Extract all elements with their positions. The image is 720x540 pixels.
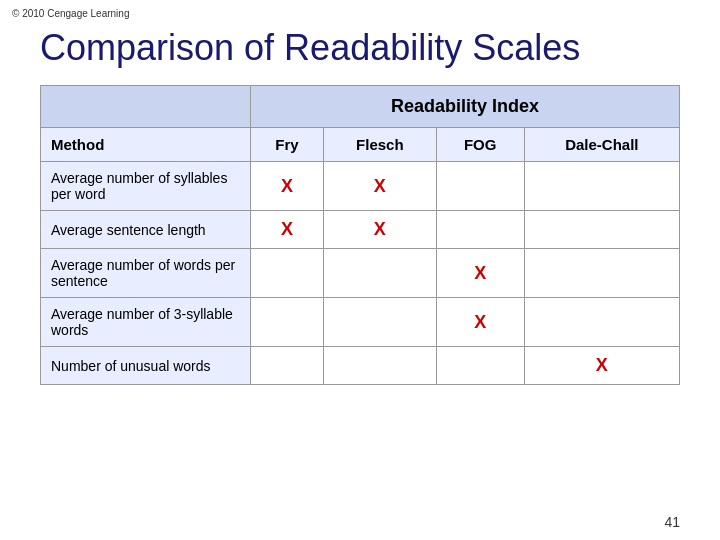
- table-row: Average sentence lengthXX: [41, 211, 680, 249]
- fog-value-cell: [436, 347, 524, 385]
- method-cell: Number of unusual words: [41, 347, 251, 385]
- fry-value-cell: [251, 249, 324, 298]
- column-headers-row: Method Fry Flesch FOG Dale-Chall: [41, 128, 680, 162]
- flesch-value-cell: [323, 298, 436, 347]
- flesch-value-cell: [323, 249, 436, 298]
- table-row: Average number of syllables per wordXX: [41, 162, 680, 211]
- readability-table: Readability Index Method Fry Flesch FOG …: [40, 85, 680, 385]
- fry-value-cell: X: [251, 162, 324, 211]
- dale-chall-column-header: Dale-Chall: [524, 128, 679, 162]
- readability-index-header: Readability Index: [251, 86, 680, 128]
- flesch-value-cell: X: [323, 162, 436, 211]
- flesch-value-cell: [323, 347, 436, 385]
- copyright-text: © 2010 Cengage Learning: [0, 0, 720, 19]
- dale_chall-value-cell: [524, 298, 679, 347]
- fog-value-cell: X: [436, 298, 524, 347]
- table-row: Number of unusual wordsX: [41, 347, 680, 385]
- fry-value-cell: X: [251, 211, 324, 249]
- dale_chall-value-cell: X: [524, 347, 679, 385]
- table-row: Average number of 3-syllable wordsX: [41, 298, 680, 347]
- dale_chall-value-cell: [524, 162, 679, 211]
- method-cell: Average sentence length: [41, 211, 251, 249]
- dale_chall-value-cell: [524, 211, 679, 249]
- method-cell: Average number of words per sentence: [41, 249, 251, 298]
- table-row: Average number of words per sentenceX: [41, 249, 680, 298]
- method-column-header: Method: [41, 128, 251, 162]
- fog-value-cell: [436, 162, 524, 211]
- fog-value-cell: [436, 211, 524, 249]
- method-header-spacer: [41, 86, 251, 128]
- fry-column-header: Fry: [251, 128, 324, 162]
- page-number: 41: [664, 514, 680, 530]
- fry-value-cell: [251, 347, 324, 385]
- page-title: Comparison of Readability Scales: [0, 19, 720, 85]
- dale_chall-value-cell: [524, 249, 679, 298]
- flesch-value-cell: X: [323, 211, 436, 249]
- fry-value-cell: [251, 298, 324, 347]
- readability-index-row: Readability Index: [41, 86, 680, 128]
- fog-column-header: FOG: [436, 128, 524, 162]
- method-cell: Average number of syllables per word: [41, 162, 251, 211]
- fog-value-cell: X: [436, 249, 524, 298]
- method-cell: Average number of 3-syllable words: [41, 298, 251, 347]
- flesch-column-header: Flesch: [323, 128, 436, 162]
- table-container: Readability Index Method Fry Flesch FOG …: [0, 85, 720, 385]
